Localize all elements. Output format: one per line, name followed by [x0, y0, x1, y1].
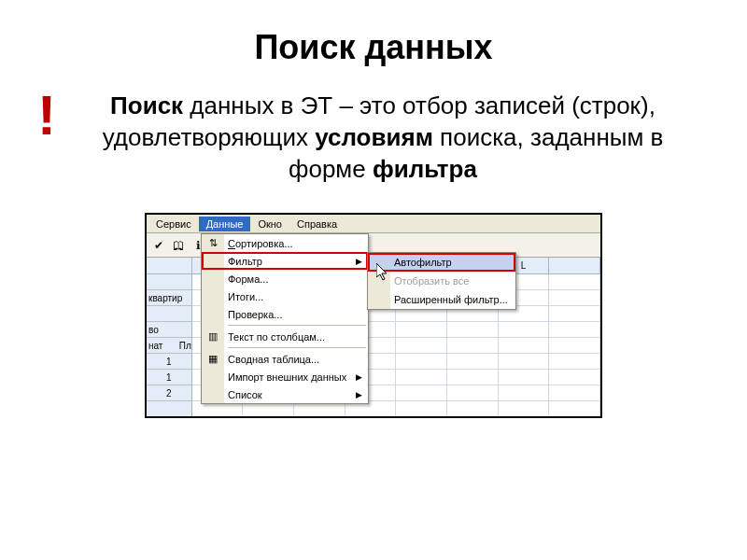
menu-item-list[interactable]: Список ▶ [202, 385, 368, 403]
pivot-icon: ▦ [205, 352, 220, 367]
filter-submenu: Автофильтр Отобразить все Расширенный фи… [367, 252, 516, 310]
row-header[interactable] [147, 274, 192, 290]
row-header[interactable] [147, 306, 192, 322]
excel-screenshot: Сервис Данные Окно Справка ✔ 🕮 ℹ A↓ Z↓ 📊… [145, 213, 602, 418]
submenu-arrow-icon: ▶ [356, 372, 362, 382]
row-label[interactable]: во [147, 322, 192, 338]
menu-item-text-to-columns[interactable]: ▥ Текст по столбцам... [202, 328, 368, 345]
menu-window[interactable]: Окно [250, 217, 289, 231]
submenu-arrow-icon: ▶ [356, 390, 362, 399]
menu-item-sort[interactable]: ⇅ Сортировка... [202, 234, 368, 252]
word-usloviyam: условиям [315, 123, 433, 151]
slide: Поиск данных ! Поиск данных в ЭТ – это о… [0, 0, 747, 560]
row-label: Пл [179, 338, 191, 353]
slide-title: Поиск данных [47, 28, 700, 67]
research-icon[interactable]: 🕮 [170, 237, 187, 254]
spellcheck-icon[interactable]: ✔ [150, 237, 167, 254]
menu-item-form[interactable]: Форма... [202, 270, 368, 287]
menubar: Сервис Данные Окно Справка [147, 215, 600, 233]
submenu-arrow-icon: ▶ [356, 257, 362, 266]
menu-item-import[interactable]: Импорт внешних данных ▶ [202, 368, 368, 385]
submenu-item-show-all: Отобразить все [368, 272, 515, 290]
columns-icon: ▥ [205, 329, 220, 344]
menu-item-validation[interactable]: Проверка... [202, 305, 368, 323]
corner-cell[interactable] [147, 258, 192, 274]
row-header[interactable] [147, 401, 192, 417]
row-header[interactable]: 2 [147, 385, 192, 401]
menu-item-totals[interactable]: Итоги... [202, 287, 368, 305]
exclaim-icon: ! [37, 91, 56, 141]
menu-service[interactable]: Сервис [148, 217, 199, 231]
col-header[interactable] [549, 258, 600, 274]
row-header[interactable]: 1 [147, 370, 192, 385]
menu-separator [228, 325, 366, 326]
submenu-item-advanced[interactable]: Расширенный фильтр... [368, 290, 515, 309]
word-filtra: фильтра [373, 155, 477, 183]
word-poisk: Поиск [110, 91, 183, 119]
submenu-item-autofilter[interactable]: Автофильтр [368, 253, 515, 272]
definition-paragraph: Поиск данных в ЭТ – это отбор записей (с… [65, 91, 700, 185]
row-header[interactable]: 1 [147, 354, 192, 370]
body-row: ! Поиск данных в ЭТ – это отбор записей … [47, 91, 700, 185]
menu-separator [228, 347, 366, 348]
menu-help[interactable]: Справка [289, 217, 345, 231]
row-label[interactable]: квартир [147, 290, 192, 306]
sort-icon: ⇅ [205, 236, 220, 251]
menu-item-filter[interactable]: Фильтр ▶ [202, 252, 368, 270]
menu-data[interactable]: Данные [199, 217, 251, 231]
data-menu-dropdown: ⇅ Сортировка... Фильтр ▶ Форма... Итоги.… [201, 233, 369, 404]
menu-item-pivot[interactable]: ▦ Сводная таблица... [202, 350, 368, 368]
row-label: нат [148, 338, 162, 353]
